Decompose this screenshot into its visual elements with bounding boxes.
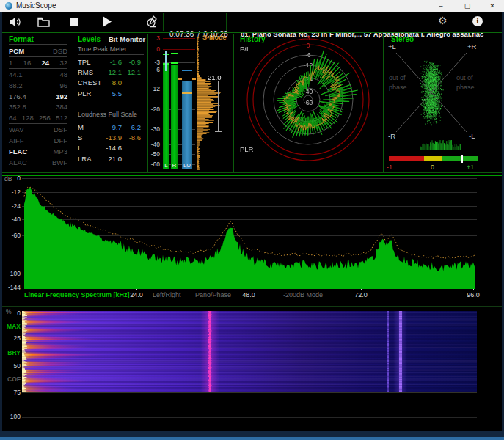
levels-label: CREST (78, 78, 106, 87)
polar-ring-label: -60 (300, 99, 316, 106)
levels-row: I-14.6 (78, 143, 144, 153)
divider (78, 54, 144, 55)
meter-tick-label: -30 (141, 125, 160, 133)
format-cell: 44.1 (9, 70, 23, 78)
meter-bar (171, 65, 178, 169)
spectrogram-75-line (22, 392, 477, 393)
spectrum-gridline (22, 274, 477, 274)
format-row: 1162432 (9, 57, 67, 68)
divider (2, 32, 502, 33)
levels-row: TPL-1.6-0.9 (78, 56, 144, 67)
peak-hold-tick (171, 62, 178, 64)
play-icon[interactable] (102, 16, 112, 27)
minimize-button[interactable]: – (430, 0, 452, 12)
divider (2, 172, 502, 173)
format-cell: DFF (54, 136, 67, 144)
lu-inner-line (182, 92, 192, 94)
history-bottom-label: PLR (240, 145, 253, 153)
meter-tick-line (163, 38, 195, 39)
levels-heading: True Peak Meter (78, 45, 144, 54)
corr-label-zero: 0 (431, 164, 434, 171)
spectrogram-side-label: COF (1, 375, 21, 383)
divider (233, 34, 234, 172)
format-cell: 24 (42, 59, 50, 67)
divider (78, 120, 144, 120)
levels-value: 8.0 (106, 78, 122, 87)
format-cell: FLAC (9, 147, 27, 155)
polar-ring-label: -24 (300, 76, 316, 83)
range-line (218, 81, 219, 131)
spectrum-x-tick-label: 96.0 (461, 291, 486, 298)
spectrum-x-tick-mark (136, 287, 137, 290)
format-cell: BWF (52, 158, 67, 166)
format-cell: DSD (53, 47, 67, 55)
close-button[interactable]: ✕ (481, 0, 503, 12)
peak-hold-tick (171, 53, 178, 54)
toolbar-separator (163, 13, 164, 31)
speaker-icon[interactable] (9, 16, 22, 28)
meter-tick-label: -3 (141, 59, 160, 66)
levels-value: -6.2 (122, 123, 141, 131)
export-report-icon[interactable] (146, 15, 158, 29)
format-cell: 352.8 (9, 103, 26, 111)
meter-bar-label: LU (182, 162, 192, 169)
info-icon[interactable]: i (472, 16, 483, 26)
spectrum-gridline (22, 235, 477, 236)
spectrum-y-tick: -60 (1, 232, 21, 239)
spectrum-x-tick-label: 24.0 (124, 291, 149, 298)
lu-side-dash (178, 78, 182, 80)
spectrum-y-tick: -100 (1, 270, 21, 277)
window-title: MusicScope (16, 1, 56, 10)
smode-histogram (197, 37, 227, 170)
divider (500, 34, 500, 172)
format-cell: PCM (9, 47, 24, 55)
time-current: 0:07:36 (169, 30, 194, 38)
maximize-button[interactable]: ▢ (456, 0, 478, 12)
true-peak-block: True Peak MeterTPL-1.6-0.9RMS-12.1-12.1C… (78, 45, 144, 98)
levels-value: 21.0 (106, 155, 122, 163)
spectrogram-y-tick: 25 (1, 334, 21, 342)
spectrogram-y-tick: 100 (1, 413, 21, 420)
format-cell: 96 (59, 81, 67, 89)
polar-ring-label: -6 (300, 51, 316, 59)
format-cell: 64 (9, 114, 17, 122)
corr-label-pos: +1 (467, 164, 474, 171)
spectrum-y-tick: -12 (1, 188, 21, 196)
history-top-label: P/L (240, 45, 250, 53)
titlebar: MusicScope – ▢ ✕ (0, 0, 504, 12)
levels-value: 5.5 (106, 89, 122, 98)
levels-heading: Loudness Full Scale (78, 111, 144, 120)
meter-tick-label: -20 (141, 106, 160, 113)
meter-tick-line (163, 49, 195, 50)
open-folder-icon[interactable] (37, 17, 51, 27)
corr-segment-positive (442, 156, 478, 161)
levels-value: -8.6 (122, 133, 141, 142)
format-row: 176.4192 (9, 91, 67, 102)
meter-tick-label: -6 (141, 66, 160, 73)
window-border-accent (0, 437, 504, 440)
stop-icon[interactable] (70, 18, 78, 26)
format-cell: MP3 (53, 147, 67, 155)
settings-gear-icon[interactable]: ⚙ (438, 15, 448, 26)
levels-label: LRA (78, 155, 106, 163)
meter-tick-label: -40 (141, 141, 160, 148)
format-cell: WAV (9, 125, 24, 133)
spectrum-x-tick-mark (361, 287, 362, 290)
polar-ring-label: 0 (300, 42, 316, 49)
levels-label: PLR (78, 89, 106, 98)
history-panel-title: History (240, 35, 265, 43)
polar-ring-label: 3 (300, 34, 316, 42)
levels-value: -9.7 (106, 123, 122, 131)
levels-value: -12.1 (122, 68, 141, 76)
divider (383, 34, 384, 172)
format-cell: 512 (56, 114, 67, 122)
levels-value: -0.9 (122, 58, 141, 66)
spectrum-gridline (22, 206, 477, 207)
goniometer-scatter (391, 47, 472, 136)
levels-row: PLR5.5 (78, 88, 144, 98)
window-border (0, 431, 504, 437)
spectrogram-100-line (22, 417, 477, 418)
levels-value: -13.9 (106, 133, 122, 142)
correlation-history (418, 140, 461, 150)
spectrum-x-tick-label: 48.0 (236, 291, 261, 298)
